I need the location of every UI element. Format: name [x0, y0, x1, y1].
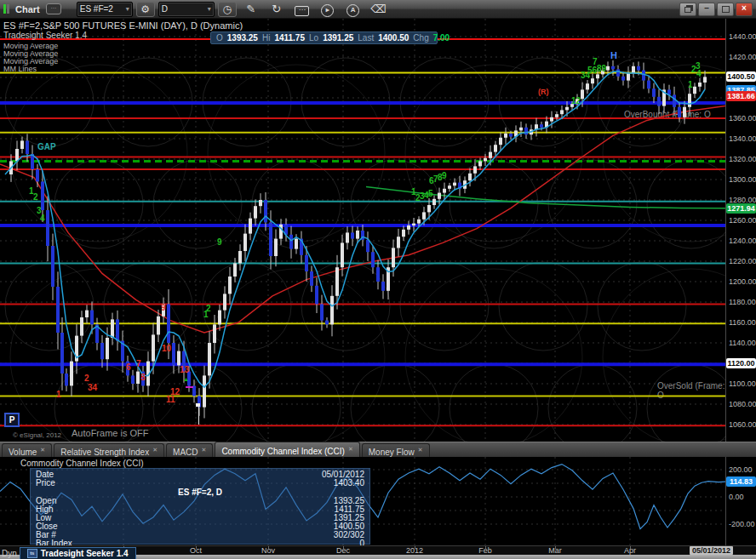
- refresh-icon[interactable]: ↻: [266, 3, 288, 15]
- chart-annotation: 13: [180, 366, 189, 374]
- cci-axis-label: -200.00: [729, 520, 755, 528]
- chart-annotation: 2: [206, 305, 211, 313]
- date-tag: 05/01/2012: [690, 546, 733, 555]
- close-button[interactable]: ×: [736, 3, 753, 16]
- close-icon[interactable]: ✕: [152, 447, 158, 453]
- chart-annotation: 8: [140, 374, 146, 382]
- time-axis-label: 2012: [406, 546, 423, 555]
- chart-title: ES #F=2,S&P 500 FUTURES E-MINI (DAY), D …: [3, 20, 243, 31]
- price-axis-label: 1180.00: [729, 298, 756, 306]
- close-icon[interactable]: ✕: [40, 447, 45, 453]
- chevron-down-icon: ▾: [208, 5, 211, 13]
- interval-select[interactable]: D▾: [158, 2, 215, 17]
- chart-annotation: 12: [170, 388, 180, 396]
- study-label: MM Lines: [3, 65, 37, 73]
- time-axis-label: Feb: [478, 546, 492, 555]
- price-axis[interactable]: 1440.001420.001360.001340.001320.001300.…: [725, 19, 756, 442]
- symbol-select[interactable]: ES #F=2▾: [77, 2, 133, 17]
- draw-pencil-icon[interactable]: ✎: [240, 3, 262, 15]
- price-axis-label: 1440.00: [729, 32, 756, 41]
- chart-annotation: 1: [56, 391, 61, 399]
- databox-row: Low1391.25: [36, 514, 364, 522]
- chart-annotation: 89: [597, 65, 606, 73]
- close-icon[interactable]: ✕: [348, 446, 353, 452]
- cci-axis[interactable]: 200.000.00-200.00114.83: [725, 457, 756, 545]
- symbol-search-button[interactable]: ⚙: [136, 2, 155, 17]
- databox-row: Close1400.50: [36, 522, 364, 531]
- main-chart[interactable]: OverBought (Frame: O OverSold (Frame: O …: [0, 19, 725, 442]
- price-axis-label: 1300.00: [729, 175, 756, 184]
- app-led-icon: [3, 4, 9, 14]
- databox-row: Price1403.40: [36, 479, 364, 488]
- chart-badge-icon: ⋯: [46, 3, 61, 14]
- change-value: 7.00: [433, 33, 450, 43]
- study-label-seeker: Tradesight Seeker 1.4: [3, 31, 87, 40]
- chart-window: Chart ⋯ ES #F=2▾ ⚙ D▾ ◷ ✎ ↻ ⋯ ▸ A ⌫ – × …: [0, 0, 756, 559]
- price-axis-label: 1140.00: [729, 339, 756, 347]
- open-value: 1393.25: [227, 33, 258, 43]
- window-title: Chart: [15, 4, 40, 14]
- seeker-icon: ts: [27, 549, 37, 558]
- callout-icon[interactable]: ⋯: [291, 2, 313, 16]
- chart-annotation: 12: [571, 97, 581, 106]
- chart-annotation: 9: [161, 304, 166, 312]
- symbol-value: ES #F=2: [80, 4, 113, 14]
- dyn-label: Dyn: [2, 549, 17, 558]
- chart-annotation: 9: [442, 172, 447, 180]
- crosshair-dot: [196, 403, 200, 407]
- chart-annotation: H: [610, 51, 617, 60]
- gear-icon: ⚙: [140, 3, 150, 15]
- chart-annotation: 34: [88, 384, 97, 392]
- price-axis-label: 1100.00: [729, 379, 756, 388]
- clock-icon: ◷: [222, 3, 231, 15]
- price-axis-label: 1200.00: [729, 277, 756, 286]
- status-label: Tradesight Seeker 1.4: [41, 549, 129, 558]
- copyright-label: © eSignal, 2012: [13, 431, 61, 439]
- time-axis-label: Mar: [548, 546, 562, 555]
- cci-axis-label: 0.00: [729, 493, 744, 501]
- price-axis-label: 1340.00: [729, 134, 756, 143]
- p-button[interactable]: P: [4, 413, 20, 427]
- time-axis-label: Dec: [336, 546, 350, 555]
- cci-value-tag: 114.83: [726, 476, 756, 487]
- price-tag: 1400.50: [726, 71, 756, 82]
- chart-annotation: (R): [538, 88, 549, 96]
- databox-row: Bar #302/302: [36, 531, 364, 539]
- chevron-down-icon: ▾: [126, 5, 129, 13]
- chart-annotation: 10: [162, 345, 171, 353]
- price-tag: 1120.00: [726, 358, 756, 368]
- minimize-button[interactable]: –: [698, 3, 715, 16]
- price-tag: 1381.66: [726, 91, 756, 101]
- cci-title: Commodity Channel Index (CCI): [20, 459, 144, 468]
- chart-annotation: 9: [217, 238, 222, 247]
- price-axis-label: 1260.00: [729, 216, 756, 225]
- close-icon[interactable]: ✕: [418, 447, 423, 453]
- titlebar[interactable]: Chart ⋯ ES #F=2▾ ⚙ D▾ ◷ ✎ ↻ ⋯ ▸ A ⌫ – ×: [0, 0, 756, 19]
- last-value: 1400.50: [378, 33, 409, 43]
- chart-annotation: 5: [428, 190, 433, 198]
- chart-annotation: 11: [166, 396, 175, 404]
- close-icon[interactable]: ✕: [202, 447, 207, 453]
- time-template-button[interactable]: ◷: [218, 2, 237, 17]
- tab-macd[interactable]: MACD✕: [166, 443, 213, 457]
- databox-row: Open1393.25: [36, 497, 364, 505]
- price-tag: 1271.94: [726, 203, 756, 214]
- price-axis-label: 1320.00: [729, 155, 756, 163]
- play-icon[interactable]: ▸: [317, 2, 339, 17]
- maximize-button[interactable]: [717, 3, 734, 16]
- cci-panel[interactable]: Commodity Channel Index (CCI) Date05/01/…: [0, 457, 725, 545]
- tab-money-flow[interactable]: Money Flow✕: [362, 443, 430, 457]
- eraser-icon[interactable]: ⌫: [368, 3, 390, 15]
- tab-volume[interactable]: Volume✕: [2, 443, 52, 457]
- popout-button[interactable]: [679, 3, 696, 16]
- data-window: Date05/01/2012Price1403.40 ES #F=2, D Op…: [30, 468, 370, 545]
- tab-relative-strength-index[interactable]: Relative Strength Index✕: [54, 443, 164, 457]
- auto-icon[interactable]: A: [342, 2, 364, 17]
- time-axis-label: Oct: [190, 546, 202, 555]
- chart-annotation: 2: [84, 374, 89, 383]
- chart-annotation: 2: [33, 193, 38, 202]
- chart-annotation: ▲: [183, 375, 189, 384]
- price-axis-label: 1160.00: [729, 318, 756, 327]
- tab-commodity-channel-index-cci-[interactable]: Commodity Channel Index (CCI)✕: [215, 442, 359, 457]
- indicator-tabs: Volume✕Relative Strength Index✕MACD✕Comm…: [0, 442, 756, 457]
